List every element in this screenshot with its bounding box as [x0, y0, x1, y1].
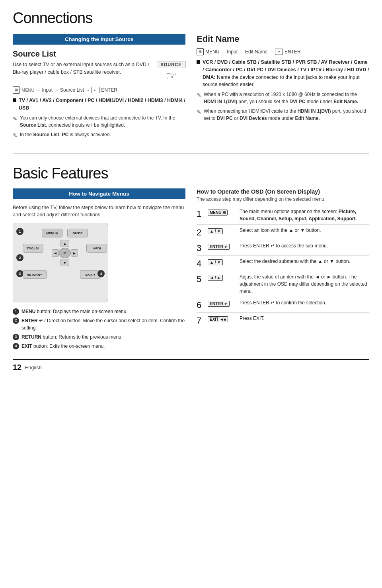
circle-num-3: 3 [13, 334, 19, 340]
remote-info-btn: INFOi [86, 244, 107, 253]
osd-key-3: ENTER ↵ [208, 242, 240, 250]
circle-num-4: 4 [13, 343, 19, 349]
enter-icon-2: ↵ [275, 49, 283, 55]
osd-steps: 1 MENU ⊞ The main menu options appear on… [197, 206, 369, 328]
source-button-graphic: SOURCE ☞ [157, 61, 185, 82]
edit-name-menu-path: ⊞ MENU → Input → Edit Name → ↵ ENTER [197, 48, 369, 55]
navigate-instructions: 1 MENU button: Displays the main on-scre… [13, 308, 185, 350]
section-divider [13, 153, 369, 154]
menu-icon: ⊞ [13, 86, 20, 94]
instruction-4: 4 EXIT button: Exits the on-screen menu. [13, 343, 185, 350]
osd-num-2: 2 [197, 227, 208, 238]
note-icon-3: ✎ [197, 91, 201, 100]
navigate-description: Before using the TV, follow the steps be… [13, 204, 185, 219]
note-icon-1: ✎ [13, 115, 18, 123]
osd-desc-1: The main menu options appear on the scre… [240, 208, 369, 222]
note-icon-2: ✎ [13, 131, 18, 140]
source-list-bullets: TV / AV1 / AV2 / Component / PC / HDMI1/… [13, 97, 185, 112]
connections-title: Connections [13, 10, 369, 27]
menu-icon-2: ⊞ [197, 48, 204, 55]
note-icon-4: ✎ [197, 108, 201, 116]
source-list-description: Use to select TV or an external input so… [13, 61, 152, 76]
bullet-item-vcr: VCR / DVD / Cable STB / Satellite STB / … [197, 59, 369, 88]
osd-desc-7: Press EXIT. [240, 315, 369, 322]
circle-num-2: 2 [13, 318, 19, 324]
instruction-3: 3 RETURN button: Returns to the previous… [13, 333, 185, 341]
bullet-item-tv: TV / AV1 / AV2 / Component / PC / HDMI1/… [13, 97, 185, 112]
osd-title: How to Operate the OSD (On Screen Displa… [197, 188, 369, 195]
osd-step-1: 1 MENU ⊞ The main menu options appear on… [197, 206, 369, 225]
edit-name-title: Edit Name [197, 34, 369, 44]
osd-key-6: ENTER ↵ [208, 299, 240, 307]
osd-step-7: 7 EXIT ◄■ Press EXIT. [197, 313, 369, 328]
enter-center-btn: ↵ [59, 248, 71, 258]
changing-input-header: Changing the Input Source [13, 34, 185, 45]
osd-desc-4: Select the desired submenu with the ▲ or… [240, 258, 369, 265]
down-arrow-btn: ▼ [60, 259, 69, 266]
finger-icon: ☞ [166, 70, 177, 82]
osd-num-3: 3 [197, 242, 208, 253]
osd-num-7: 7 [197, 315, 208, 326]
navigate-menus-header: How to Navigate Menus [13, 188, 185, 199]
instruction-1: 1 MENU button: Displays the main on-scre… [13, 308, 185, 315]
page-number: 12 [13, 363, 21, 372]
page-footer: 12 English [13, 359, 369, 372]
osd-key-4: ▲ / ▼ [208, 258, 240, 265]
osd-key-1: MENU ⊞ [208, 208, 240, 216]
remote-menu-btn: MENU⊞ [42, 229, 62, 237]
edit-name-note-2: ✎ When connecting an HDMI/DVI cable to t… [197, 108, 369, 122]
osd-desc-3: Press ENTER ↵ to access the sub-menu. [240, 242, 369, 249]
osd-desc-2: Select an icon with the ▲ or ▼ button. [240, 227, 369, 234]
osd-desc-5: Adjust the value of an item with the ◄ o… [240, 273, 369, 295]
osd-desc-6: Press ENTER ↵ to confirm the selection. [240, 299, 369, 306]
osd-step-5: 5 ◄ / ► Adjust the value of an item with… [197, 271, 369, 297]
source-btn-label: SOURCE [157, 61, 185, 68]
dpad-area: ▲ ▼ ◄ ► ↵ [51, 239, 79, 267]
osd-step-4: 4 ▲ / ▼ Select the desired submenu with … [197, 256, 369, 271]
osd-key-7: EXIT ◄■ [208, 315, 240, 322]
circle-num-1: 1 [13, 308, 19, 315]
right-arrow-btn: ► [71, 249, 78, 257]
source-note-1: ✎ You can only choose external devices t… [13, 114, 185, 129]
osd-key-5: ◄ / ► [208, 273, 240, 281]
osd-step-3: 3 ENTER ↵ Press ENTER ↵ to access the su… [197, 240, 369, 256]
source-note-2: ✎ In the Source List, PC is always activ… [13, 131, 185, 140]
edit-name-note-1: ✎ When a PC with a resolution of 1920 x … [197, 91, 369, 105]
osd-num-1: 1 [197, 208, 208, 219]
osd-num-5: 5 [197, 273, 208, 284]
osd-num-4: 4 [197, 258, 208, 269]
source-list-title: Source List [13, 49, 185, 59]
left-arrow-btn: ◄ [52, 249, 59, 257]
osd-step-6: 6 ENTER ↵ Press ENTER ↵ to confirm the s… [197, 297, 369, 313]
page-language: English [25, 365, 42, 370]
callout-2: 2 [16, 254, 23, 261]
remote-guide-btn: GUIDE [67, 229, 88, 237]
connections-right-panel: Edit Name ⊞ MENU → Input → Edit Name → ↵… [197, 34, 369, 142]
basic-features-section: Basic Features How to Navigate Menus Bef… [13, 165, 369, 352]
navigate-menus-panel: How to Navigate Menus Before using the T… [13, 188, 185, 352]
source-list-menu-path: ⊞ MENU → Input → Source List → ↵ ENTER [13, 86, 185, 94]
up-arrow-btn: ▲ [60, 240, 69, 247]
basic-features-title: Basic Features [13, 165, 369, 182]
osd-key-2: ▲ / ▼ [208, 227, 240, 234]
remote-return-btn: RETURN↩ [23, 270, 47, 279]
remote-tools-btn: TOOLS# [23, 244, 43, 253]
osd-panel: How to Operate the OSD (On Screen Displa… [197, 188, 369, 352]
bullet-square-icon [13, 98, 16, 102]
instruction-2: 2 ENTER ↵ / Direction button: Move the c… [13, 317, 185, 331]
bullet-square-icon-2 [197, 60, 200, 64]
osd-step-2: 2 ▲ / ▼ Select an icon with the ▲ or ▼ b… [197, 225, 369, 240]
connections-left-panel: Changing the Input Source Source List Us… [13, 34, 185, 142]
edit-name-bullets: VCR / DVD / Cable STB / Satellite STB / … [197, 59, 369, 88]
callout-4: 4 [97, 270, 105, 277]
remote-diagram: 1 MENU⊞ GUIDE TOOLS# INFOi 2 ▲ [13, 223, 108, 302]
enter-icon: ↵ [92, 87, 99, 93]
osd-num-6: 6 [197, 299, 208, 310]
callout-1: 1 [16, 228, 23, 235]
connections-section: Connections Changing the Input Source So… [13, 10, 369, 142]
osd-subtitle: The access step may differ depending on … [197, 196, 369, 202]
